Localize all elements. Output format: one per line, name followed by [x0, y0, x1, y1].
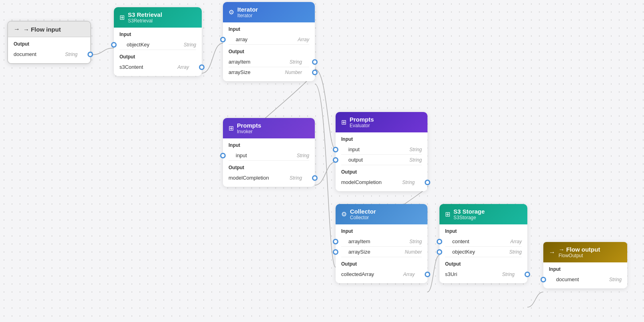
- flow-output-icon: →: [549, 249, 555, 256]
- output-port-dot[interactable]: [312, 175, 318, 181]
- s3-storage-title: S3 Storage: [453, 208, 485, 215]
- port-name: content: [452, 238, 469, 244]
- port-row: arrayItem String: [229, 57, 309, 67]
- port-type: String: [409, 157, 422, 163]
- output-port-dot[interactable]: [199, 64, 205, 70]
- s3-storage-icon: ⊞: [445, 210, 450, 218]
- s3-retrieval-outputs-label: Output: [119, 54, 196, 60]
- port-name: s3Uri: [445, 271, 457, 277]
- port-type: String: [509, 249, 522, 255]
- port-name: document: [556, 276, 579, 282]
- port-row: modelCompletion String: [229, 173, 309, 183]
- s3-retrieval-title: S3 Retrieval: [128, 11, 162, 18]
- port-type: String: [184, 42, 196, 48]
- collector-node: ⚙ Collector Collector Input arrayItem St…: [336, 204, 427, 283]
- output-port-dot[interactable]: [525, 272, 530, 277]
- input-port-dot[interactable]: [333, 157, 338, 163]
- s3-storage-inputs-label: Input: [445, 228, 522, 234]
- output-port-dot[interactable]: [87, 52, 93, 57]
- port-name: objectKey: [452, 249, 475, 255]
- collector-title: Collector: [350, 208, 376, 215]
- port-name: input: [348, 146, 360, 152]
- port-row: objectKey String: [445, 247, 522, 257]
- port-name: modelCompletion: [341, 179, 382, 185]
- s3-storage-node: ⊞ S3 Storage S3Storage Input content Arr…: [439, 204, 527, 283]
- port-type: String: [65, 52, 78, 57]
- port-type: Array: [298, 37, 309, 42]
- port-row: output String: [341, 155, 422, 165]
- port-row: modelCompletion String: [341, 177, 422, 187]
- port-row: array Array: [229, 34, 309, 45]
- port-name: input: [236, 152, 247, 158]
- prompts-invoker-title: Prompts: [237, 122, 261, 129]
- input-port-dot[interactable]: [541, 277, 546, 282]
- collector-icon: ⚙: [341, 210, 347, 218]
- prompts-invoker-outputs-label: Output: [229, 165, 309, 170]
- iterator-node: ⚙ Iterator Iterator Input array Array Ou…: [223, 2, 315, 81]
- output-port-dot[interactable]: [312, 70, 318, 75]
- port-type: Number: [285, 70, 302, 75]
- flow-input-node: → → Flow input Output document String: [7, 21, 91, 64]
- port-type: String: [402, 180, 415, 185]
- port-type: Array: [510, 239, 522, 244]
- port-row: s3Content Array: [119, 62, 196, 72]
- s3-storage-subtitle: S3Storage: [453, 215, 485, 220]
- port-type: String: [290, 59, 302, 65]
- prompts-invoker-icon: ⊞: [229, 124, 234, 132]
- port-type: String: [297, 153, 309, 158]
- port-name: objectKey: [127, 42, 149, 48]
- s3-retrieval-icon: ⊞: [119, 14, 125, 21]
- prompts-evaluator-node: ⊞ Prompts Evaluator Input input String o…: [336, 112, 427, 191]
- collector-outputs-label: Output: [341, 261, 422, 267]
- input-port-dot[interactable]: [111, 42, 117, 48]
- output-port-dot[interactable]: [425, 272, 430, 277]
- port-name: arrayItem: [348, 238, 370, 244]
- port-row: content Array: [445, 236, 522, 247]
- input-port-dot[interactable]: [333, 147, 338, 152]
- output-port-dot[interactable]: [312, 59, 318, 65]
- port-type: Array: [403, 272, 415, 277]
- port-row: objectKey String: [119, 40, 196, 50]
- port-type: Array: [177, 64, 189, 70]
- input-port-dot[interactable]: [220, 37, 226, 42]
- collector-subtitle: Collector: [350, 215, 376, 220]
- port-name: output: [348, 157, 363, 163]
- port-type: String: [290, 175, 302, 181]
- port-row: input String: [229, 150, 309, 161]
- prompts-evaluator-icon: ⊞: [341, 118, 346, 126]
- iterator-outputs-label: Output: [229, 49, 309, 54]
- flow-input-title: → Flow input: [23, 26, 61, 33]
- s3-retrieval-inputs-label: Input: [119, 32, 196, 37]
- input-port-dot[interactable]: [220, 153, 226, 158]
- port-name: modelCompletion: [229, 175, 269, 181]
- prompts-evaluator-inputs-label: Input: [341, 136, 422, 142]
- port-name: document: [14, 51, 36, 57]
- port-name: arraySize: [229, 69, 250, 75]
- port-row: input String: [341, 144, 422, 155]
- port-row: collectedArray Array: [341, 269, 422, 279]
- port-row: arraySize Number: [341, 247, 422, 257]
- port-row: document String: [549, 274, 622, 284]
- input-port-dot[interactable]: [333, 239, 338, 244]
- flow-input-outputs-label: Output: [14, 41, 85, 47]
- prompts-evaluator-outputs-label: Output: [341, 169, 422, 175]
- port-type: Number: [405, 249, 422, 255]
- iterator-icon: ⚙: [229, 8, 234, 16]
- s3-storage-outputs-label: Output: [445, 261, 522, 267]
- port-name: collectedArray: [341, 271, 374, 277]
- port-type: String: [609, 277, 622, 282]
- input-port-dot[interactable]: [437, 239, 442, 244]
- flow-output-subtitle: FlowOutput: [559, 253, 600, 258]
- iterator-subtitle: Iterator: [237, 13, 258, 18]
- flow-output-title: → Flow output: [559, 246, 600, 253]
- input-port-dot[interactable]: [437, 249, 442, 255]
- port-row: s3Uri String: [445, 269, 522, 279]
- output-port-dot[interactable]: [425, 180, 430, 185]
- input-port-dot[interactable]: [333, 249, 338, 255]
- port-name: arrayItem: [229, 59, 250, 65]
- flow-input-icon: →: [14, 26, 20, 33]
- prompts-invoker-inputs-label: Input: [229, 142, 309, 148]
- collector-inputs-label: Input: [341, 228, 422, 234]
- iterator-title: Iterator: [237, 6, 258, 13]
- port-name: s3Content: [119, 64, 143, 70]
